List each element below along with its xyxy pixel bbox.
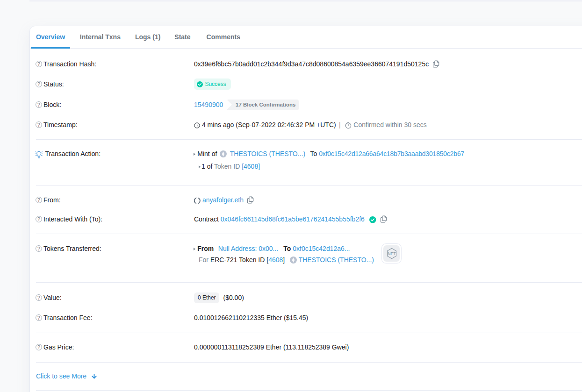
svg-text:?: ? bbox=[37, 315, 40, 321]
svg-text:?: ? bbox=[37, 101, 40, 107]
svg-text:?: ? bbox=[37, 246, 40, 251]
svg-text:?: ? bbox=[37, 61, 40, 67]
svg-text:?: ? bbox=[37, 216, 40, 222]
svg-text:?: ? bbox=[37, 344, 40, 350]
svg-text:?: ? bbox=[37, 81, 40, 87]
svg-text:?: ? bbox=[37, 122, 40, 128]
svg-text:NFT: NFT bbox=[388, 251, 396, 256]
svg-text:?: ? bbox=[37, 197, 40, 203]
svg-text:?: ? bbox=[37, 295, 40, 300]
